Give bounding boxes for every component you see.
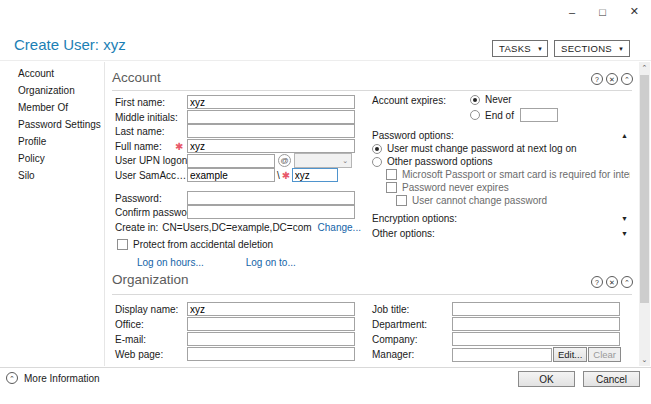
sections-button-label: SECTIONS bbox=[561, 43, 612, 54]
create-in-value: CN=Users,DC=example,DC=com bbox=[162, 222, 311, 233]
account-help-icon[interactable]: ? bbox=[591, 73, 603, 85]
more-information-expander-icon[interactable]: ⌃ bbox=[6, 372, 18, 384]
account-section-divider bbox=[112, 90, 632, 91]
account-expires-end-of-label: End of bbox=[485, 110, 514, 121]
create-in-label: Create in: bbox=[115, 222, 158, 233]
sidebar-item-member-of[interactable]: Member Of bbox=[0, 100, 103, 117]
cannot-change-password-label: User cannot change password bbox=[412, 195, 547, 206]
manager-input[interactable] bbox=[452, 348, 552, 362]
company-input[interactable] bbox=[452, 332, 620, 346]
scrollbar-thumb[interactable] bbox=[640, 75, 649, 303]
upn-dropdown-chevron-icon: ⌄ bbox=[342, 157, 348, 165]
account-close-section-icon[interactable]: ✕ bbox=[606, 73, 618, 85]
organization-section-divider bbox=[112, 294, 632, 295]
upn-at-icon: @ bbox=[278, 154, 291, 167]
log-on-to-link[interactable]: Log on to... bbox=[246, 257, 296, 268]
header-divider bbox=[0, 60, 651, 61]
web-page-input[interactable] bbox=[187, 347, 355, 361]
must-change-password-radio[interactable] bbox=[372, 144, 382, 154]
organization-close-section-icon[interactable]: ✕ bbox=[606, 276, 618, 288]
password-input[interactable] bbox=[187, 191, 355, 205]
password-label: Password: bbox=[115, 193, 187, 204]
password-never-expires-checkbox[interactable] bbox=[386, 182, 397, 193]
sidebar-item-account[interactable]: Account bbox=[0, 66, 103, 83]
protect-deletion-checkbox[interactable] bbox=[117, 239, 128, 250]
organization-section-title: Organization bbox=[112, 272, 189, 287]
organization-collapse-section-icon[interactable]: ⌃ bbox=[621, 276, 633, 288]
sam-account-label: User SamAccountNam... bbox=[115, 170, 187, 181]
ok-button[interactable]: OK bbox=[518, 371, 575, 387]
office-input[interactable] bbox=[187, 317, 355, 331]
other-password-options-label: Other password options bbox=[387, 156, 493, 167]
sam-separator: \ bbox=[277, 170, 280, 181]
sidebar-item-policy[interactable]: Policy bbox=[0, 151, 103, 168]
more-information-label: More Information bbox=[24, 373, 100, 384]
display-name-input[interactable] bbox=[187, 302, 355, 316]
password-options-label: Password options: bbox=[372, 130, 454, 141]
account-expires-label: Account expires: bbox=[372, 95, 446, 106]
required-icon: ✱ bbox=[175, 141, 187, 152]
last-name-input[interactable] bbox=[187, 124, 355, 138]
account-section-controls: ? ✕ ⌃ bbox=[591, 73, 633, 85]
manager-edit-button[interactable]: Edit... bbox=[553, 347, 587, 362]
smart-card-label: Microsoft Passport or smart card is requ… bbox=[402, 169, 630, 180]
account-expires-never-radio[interactable] bbox=[470, 95, 480, 105]
encryption-options-expand-icon[interactable]: ▼ bbox=[621, 215, 628, 222]
manager-label: Manager: bbox=[372, 349, 452, 360]
middle-initials-label: Middle initials: bbox=[115, 112, 187, 123]
scrollbar-down-icon[interactable]: ⌄ bbox=[639, 354, 650, 366]
sections-button[interactable]: SECTIONS ▼ bbox=[554, 40, 630, 57]
email-input[interactable] bbox=[187, 332, 355, 346]
other-password-options-radio[interactable] bbox=[372, 157, 382, 167]
scrollbar[interactable]: ⌃ ⌄ bbox=[639, 62, 650, 366]
department-label: Department: bbox=[372, 319, 452, 330]
tasks-button[interactable]: TASKS ▼ bbox=[492, 40, 548, 57]
maximize-icon[interactable]: □ bbox=[599, 6, 606, 18]
protect-deletion-label: Protect from accidental deletion bbox=[133, 239, 273, 250]
last-name-label: Last name: bbox=[115, 126, 187, 137]
organization-section-controls: ? ✕ ⌃ bbox=[591, 276, 633, 288]
sidebar-item-silo[interactable]: Silo bbox=[0, 168, 103, 185]
end-of-date-input[interactable] bbox=[520, 108, 558, 122]
organization-help-icon[interactable]: ? bbox=[591, 276, 603, 288]
more-information[interactable]: ⌃ More Information bbox=[6, 372, 100, 384]
other-options-expand-icon[interactable]: ▼ bbox=[621, 230, 628, 237]
manager-clear-button[interactable]: Clear bbox=[588, 347, 621, 362]
encryption-options-label: Encryption options: bbox=[372, 213, 457, 224]
first-name-input[interactable] bbox=[187, 95, 355, 109]
sam-account-input[interactable] bbox=[292, 168, 338, 182]
scrollbar-up-icon[interactable]: ⌃ bbox=[639, 62, 650, 74]
account-expires-end-of-radio[interactable] bbox=[470, 110, 480, 120]
password-options-collapse-icon[interactable]: ▲ bbox=[621, 132, 628, 139]
password-never-expires-label: Password never expires bbox=[402, 182, 509, 193]
display-name-label: Display name: bbox=[115, 304, 187, 315]
tasks-button-label: TASKS bbox=[499, 43, 531, 54]
log-on-hours-link[interactable]: Log on hours... bbox=[137, 257, 204, 268]
other-options-label: Other options: bbox=[372, 228, 435, 239]
sidebar-item-organization[interactable]: Organization bbox=[0, 83, 103, 100]
upn-domain-dropdown[interactable]: ⌄ bbox=[294, 153, 352, 168]
confirm-password-label: Confirm password: bbox=[115, 207, 187, 218]
must-change-password-label: User must change password at next log on bbox=[387, 143, 577, 154]
window-controls: – □ ✕ bbox=[569, 5, 639, 18]
sidebar-item-profile[interactable]: Profile bbox=[0, 134, 103, 151]
create-user-window: – □ ✕ Create User: xyz TASKS ▼ SECTIONS … bbox=[0, 0, 651, 404]
department-input[interactable] bbox=[452, 317, 620, 331]
upn-logon-input[interactable] bbox=[187, 154, 275, 168]
confirm-password-input[interactable] bbox=[187, 205, 355, 219]
account-collapse-section-icon[interactable]: ⌃ bbox=[621, 73, 633, 85]
minimize-icon[interactable]: – bbox=[569, 6, 575, 18]
sections-dropdown-icon: ▼ bbox=[618, 46, 624, 52]
change-link[interactable]: Change... bbox=[318, 222, 361, 233]
sidebar-item-password-settings[interactable]: Password Settings bbox=[0, 117, 103, 134]
smart-card-checkbox[interactable] bbox=[386, 169, 397, 180]
cannot-change-password-checkbox[interactable] bbox=[396, 195, 407, 206]
full-name-label: Full name: bbox=[115, 141, 175, 152]
cancel-button[interactable]: Cancel bbox=[583, 371, 640, 387]
tasks-dropdown-icon: ▼ bbox=[537, 46, 543, 52]
sam-domain-input[interactable] bbox=[187, 168, 275, 182]
full-name-input[interactable] bbox=[187, 139, 355, 153]
job-title-input[interactable] bbox=[452, 302, 620, 316]
close-icon[interactable]: ✕ bbox=[630, 5, 639, 18]
middle-initials-input[interactable] bbox=[187, 110, 355, 124]
